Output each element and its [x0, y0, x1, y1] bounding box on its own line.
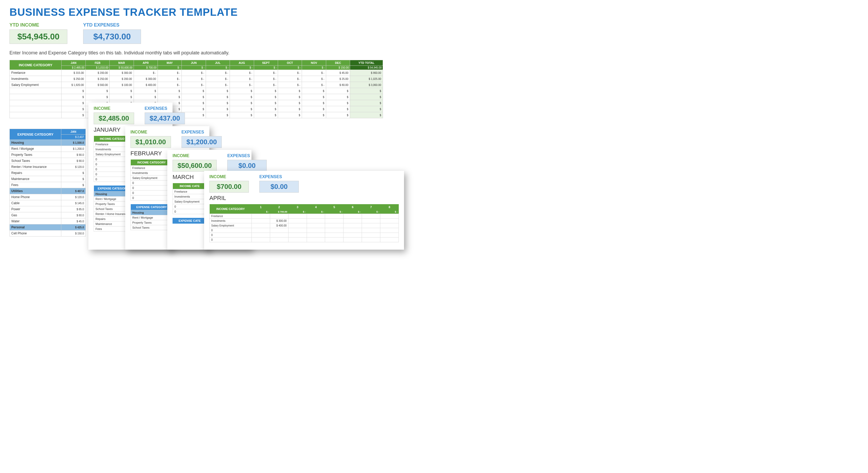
apr-cell[interactable] [325, 223, 343, 228]
expense-section-row[interactable]: Housing$ 1,500.0 [10, 140, 86, 146]
apr-cell[interactable] [325, 238, 343, 242]
mini-income-cell[interactable]: 0 [131, 196, 173, 201]
apr-cell[interactable] [380, 214, 399, 218]
apr-col-8[interactable]: 8 [380, 204, 399, 210]
expense-row-name[interactable]: Rent / Mortgage [10, 146, 61, 152]
income-cell[interactable]: $ - [206, 76, 229, 82]
apr-cell[interactable] [380, 223, 399, 228]
income-cell[interactable]: $ - [158, 82, 182, 88]
expense-row-name[interactable]: Water [10, 218, 61, 225]
mini-expense-cell[interactable]: Fees [94, 227, 130, 232]
expense-row-value[interactable]: $ 407.0 [61, 188, 86, 194]
apr-income-row[interactable]: Freelance [210, 214, 399, 218]
jan-expense-mini-table[interactable]: EXPENSE CATEGOR HousingRent / MortgagePr… [94, 185, 130, 232]
apr-cell[interactable] [251, 228, 270, 233]
mini-income-row[interactable]: 0 [173, 204, 207, 209]
income-cell[interactable]: $ - [278, 70, 302, 76]
apr-col-1[interactable]: 1 [251, 204, 270, 210]
expense-row-name[interactable]: Cable [10, 200, 61, 206]
income-row-empty[interactable]: $$$$$$$$$$$$$ [10, 88, 383, 94]
mini-income-cell[interactable]: 0 [94, 177, 130, 182]
income-cell[interactable]: $ 100.00 [110, 82, 134, 88]
mini-expense-cell[interactable]: School Taxes [131, 225, 173, 230]
income-row-name[interactable]: Freelance [10, 70, 62, 76]
expense-row[interactable]: Fees$ [10, 182, 86, 188]
income-cell[interactable]: $ - [278, 76, 302, 82]
income-cell[interactable]: $ - [158, 70, 182, 76]
feb-income-mini-table[interactable]: INCOME CATEGORY FreelanceInvestmentsSala… [130, 160, 173, 201]
mini-income-row[interactable]: Freelance [173, 189, 207, 194]
apr-cell[interactable] [362, 223, 380, 228]
apr-cell[interactable] [270, 214, 288, 218]
mini-income-cell[interactable]: Salary Employment [173, 199, 207, 204]
apr-cell[interactable] [362, 238, 380, 242]
mini-expense-cell[interactable]: Rent / Mortgage [94, 197, 130, 202]
expense-row[interactable]: School Taxes$ 90.0 [10, 158, 86, 164]
apr-cell[interactable] [270, 228, 288, 233]
income-col-feb[interactable]: FEB [86, 60, 110, 66]
income-col-jan[interactable]: JAN [62, 60, 86, 66]
income-row-empty[interactable]: $$$$$$$$$$$$$ [10, 94, 383, 100]
income-cell[interactable]: $ 250.00 [86, 76, 110, 82]
apr-col-6[interactable]: 6 [343, 204, 362, 210]
apr-income-row[interactable]: 0 [210, 238, 399, 242]
apr-row-name[interactable]: Investments [210, 218, 252, 223]
mini-income-cell[interactable]: 0 [131, 191, 173, 196]
mini-income-cell[interactable]: 0 [94, 172, 130, 177]
expense-row[interactable]: Renter / Home Insurance$ 120.0 [10, 164, 86, 170]
apr-col-3[interactable]: 3 [288, 204, 307, 210]
apr-income-row[interactable]: 0 [210, 233, 399, 238]
mini-income-row[interactable]: 0 [131, 191, 173, 196]
mini-income-row[interactable]: 0 [131, 180, 173, 185]
apr-row-name[interactable]: Freelance [210, 214, 252, 218]
income-cell[interactable]: $ 200.00 [110, 76, 134, 82]
apr-cell[interactable] [380, 218, 399, 223]
mini-expense-cell[interactable]: Repairs [94, 216, 130, 222]
apr-row-name[interactable]: 0 [210, 233, 252, 238]
mini-expense-cell[interactable]: Renter / Home Insurance [94, 211, 130, 216]
apr-cell[interactable] [270, 233, 288, 238]
income-row-name[interactable]: Investments [10, 76, 62, 82]
apr-cell[interactable] [362, 233, 380, 238]
mini-income-row[interactable]: 0 [94, 167, 130, 172]
apr-cell[interactable] [362, 218, 380, 223]
mar-income-mini-table[interactable]: INCOME CATE FreelanceInvestmentsSalary E… [173, 183, 207, 214]
income-row-empty[interactable]: $$$$$$$$$$$$$ [10, 112, 383, 118]
expense-row-name[interactable]: Personal [10, 225, 61, 231]
mini-income-row[interactable]: Investments [131, 171, 173, 175]
expense-row-name[interactable]: Maintenance [10, 176, 61, 182]
mini-income-cell[interactable]: 0 [94, 162, 130, 167]
apr-cell[interactable] [325, 214, 343, 218]
income-cell[interactable]: $ 80.00 [326, 82, 350, 88]
apr-cell[interactable] [288, 238, 307, 242]
apr-row-name[interactable]: 0 [210, 238, 252, 242]
mini-income-row[interactable]: 0 [173, 209, 207, 214]
income-cell[interactable]: $ - [158, 76, 182, 82]
income-col-apr[interactable]: APR [134, 60, 158, 66]
mini-income-cell[interactable]: Salary Employment [94, 152, 130, 157]
apr-cell[interactable] [251, 214, 270, 218]
mini-expense-cell[interactable]: Property Taxes [94, 202, 130, 207]
expense-section-row[interactable]: Personal$ 425.0 [10, 225, 86, 231]
income-col-nov[interactable]: NOV [302, 60, 326, 66]
mini-income-cell[interactable]: Salary Employment [131, 175, 173, 180]
expense-row-name[interactable]: School Taxes [10, 158, 61, 164]
expense-row-value[interactable]: $ 1,200.0 [61, 146, 86, 152]
mini-income-cell[interactable]: Investments [94, 147, 130, 152]
mini-income-cell[interactable]: 0 [94, 167, 130, 172]
apr-cell[interactable] [288, 233, 307, 238]
mini-income-row[interactable]: Salary Employment [173, 199, 207, 204]
apr-cell[interactable] [307, 223, 325, 228]
mini-income-row[interactable]: 0 [94, 162, 130, 167]
apr-cell[interactable] [380, 233, 399, 238]
apr-cell[interactable] [288, 218, 307, 223]
apr-cell[interactable] [251, 218, 270, 223]
mini-income-cell[interactable]: Investments [131, 171, 173, 175]
apr-col-4[interactable]: 4 [307, 204, 325, 210]
mini-expense-cell[interactable]: Housing [94, 192, 130, 197]
expense-row-value[interactable]: $ 120.0 [61, 194, 86, 200]
income-col-may[interactable]: MAY [158, 60, 182, 66]
expense-row-value[interactable]: $ 425.0 [61, 225, 86, 231]
income-cell[interactable]: $ 250.00 [62, 76, 86, 82]
expense-row-name[interactable]: Fees [10, 182, 61, 188]
